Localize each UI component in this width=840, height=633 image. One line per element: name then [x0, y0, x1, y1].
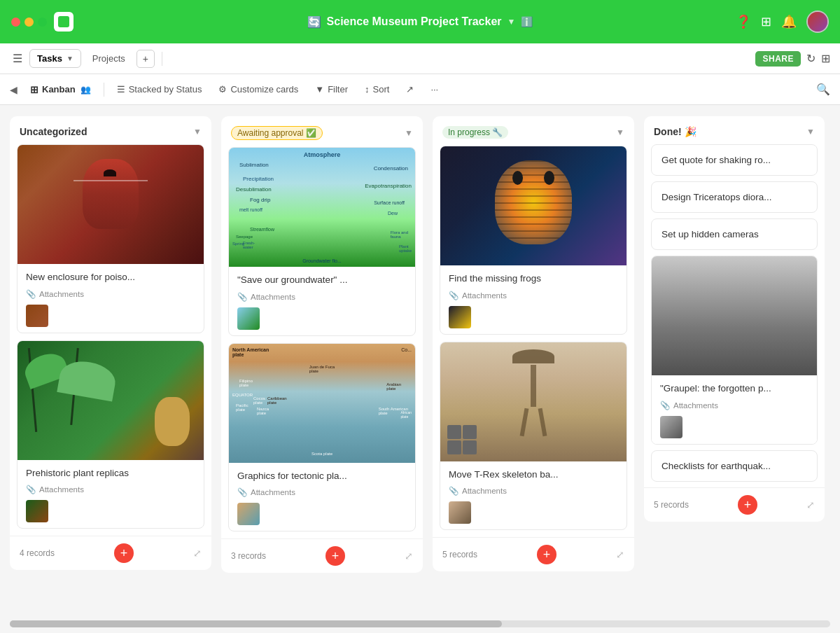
share-button[interactable]: SHARE	[755, 51, 801, 67]
help-icon[interactable]: ❓	[736, 14, 751, 29]
column-title-uncategorized: Uncategorized	[20, 126, 87, 137]
card-hidden-cameras[interactable]: Set up hidden cameras	[651, 218, 818, 250]
card-plant-replicas[interactable]: Prehistoric plant replicas 📎 Attachments	[17, 340, 204, 529]
expand-uncategorized[interactable]: ⤢	[193, 548, 202, 559]
awaiting-record-count: 3 records	[231, 551, 266, 561]
scrollbar-thumb	[10, 620, 502, 627]
column-body-done: Get quote for shaking ro... Design Trice…	[644, 144, 825, 487]
customize-cards-button[interactable]: ⚙ Customize cards	[211, 81, 305, 98]
filter-icon: ▼	[315, 84, 324, 95]
card-triceratops[interactable]: Design Triceratops diora...	[651, 181, 818, 213]
column-chevron-inprogress[interactable]: ▼	[616, 127, 624, 137]
card-body-trex: Move T-Rex skeleton ba... 📎 Attachments	[440, 461, 626, 530]
maximize-button[interactable]	[38, 18, 47, 27]
expand-awaiting[interactable]: ⤢	[405, 550, 413, 562]
column-uncategorized: Uncategorized ▼ New enclosure for poiso.…	[10, 116, 211, 570]
sort-icon: ↕	[365, 84, 370, 95]
title-bar-right: ❓ ⊞ 🔔	[736, 11, 829, 33]
projects-button[interactable]: Projects	[85, 50, 132, 67]
attach-icon-frogs: 📎	[449, 291, 458, 300]
inprogress-status-pill: In progress 🔧	[442, 126, 508, 139]
close-button[interactable]	[11, 18, 20, 27]
layout-icon[interactable]: ⊞	[821, 52, 830, 65]
card-title-triceratops: Design Triceratops diora...	[662, 192, 807, 202]
sync-icon: 🔄	[307, 15, 321, 29]
kanban-view-button[interactable]: ⊞ Kanban 👥	[23, 81, 98, 99]
column-chevron-uncategorized[interactable]: ▼	[193, 127, 202, 137]
attach-label-groundwater: Attachments	[251, 293, 295, 301]
avatar[interactable]	[806, 11, 829, 33]
column-header-done: Done! 🎉 ▼	[644, 116, 825, 144]
kanban-label: Kanban	[42, 84, 76, 95]
app-title-bar: 🔄 Science Museum Project Tracker ▼ ℹ️	[307, 15, 533, 29]
toolbar-right: SHARE ↻ ⊞	[755, 51, 830, 67]
card-missing-frogs[interactable]: Find the missing frogs 📎 Attachments	[440, 146, 627, 335]
uncategorized-record-count: 4 records	[20, 548, 55, 558]
stacked-by-status-button[interactable]: ☰ Stacked by Status	[110, 81, 209, 98]
add-record-uncategorized[interactable]: +	[114, 543, 134, 563]
card-body-poison-frog: New enclosure for poiso... 📎 Attachments	[18, 264, 204, 333]
title-bar: 🔄 Science Museum Project Tracker ▼ ℹ️ ❓ …	[0, 0, 840, 43]
expand-done[interactable]: ⤢	[806, 499, 815, 510]
search-icon[interactable]: 🔍	[816, 83, 830, 95]
sort-button[interactable]: ↕ Sort	[358, 81, 396, 98]
card-shaking-ro[interactable]: Get quote for shaking ro...	[651, 144, 818, 176]
column-title-inprogress: In progress 🔧	[442, 126, 508, 139]
export-icon: ↗	[406, 84, 414, 95]
column-header-inprogress: In progress 🔧 ▼	[433, 116, 634, 146]
card-meta-graupel: 📎 Attachments	[660, 401, 808, 410]
stacked-label: Stacked by Status	[129, 84, 202, 95]
card-title-graupel: "Graupel: the forgotten p...	[660, 382, 808, 395]
filter-button[interactable]: ▼ Filter	[308, 81, 355, 98]
export-button[interactable]: ↗	[399, 81, 421, 98]
card-title-shaking-ro: Get quote for shaking ro...	[662, 155, 807, 165]
column-footer-done: 5 records + ⤢	[644, 487, 825, 522]
card-thumb-groundwater	[237, 307, 260, 330]
more-options-button[interactable]: ···	[424, 81, 445, 98]
card-groundwater[interactable]: Atmosphere Sublimation Condensation Prec…	[228, 147, 416, 336]
view-right: 🔍	[816, 83, 830, 96]
app-logo	[54, 12, 74, 32]
menu-icon[interactable]: ☰	[10, 52, 25, 65]
add-record-inprogress[interactable]: +	[537, 545, 556, 564]
tasks-button[interactable]: Tasks ▼	[29, 49, 81, 68]
board-scrollbar[interactable]	[10, 620, 830, 627]
column-footer-inprogress: 5 records + ⤢	[433, 537, 634, 571]
info-icon[interactable]: ℹ️	[521, 16, 533, 27]
card-title-plant: Prehistoric plant replicas	[26, 467, 195, 480]
refresh-icon[interactable]: ↻	[806, 52, 816, 65]
minimize-button[interactable]	[24, 18, 34, 27]
view-bar: ◀ ⊞ Kanban 👥 ☰ Stacked by Status ⚙ Custo…	[0, 74, 840, 105]
card-meta-tectonic: 📎 Attachments	[237, 487, 407, 497]
add-view-button[interactable]: +	[136, 50, 155, 68]
card-thumb-frogs	[449, 306, 471, 328]
card-thumb-poison-frog	[26, 305, 48, 327]
expand-inprogress[interactable]: ⤢	[616, 549, 624, 560]
card-meta-groundwater: 📎 Attachments	[237, 292, 407, 302]
attachments-label: Attachments	[39, 290, 84, 298]
card-title-checklists: Checklists for earthquak...	[662, 461, 807, 471]
card-trex[interactable]: Move T-Rex skeleton ba... 📎 Attachments	[440, 342, 627, 531]
attach-label-trex: Attachments	[462, 487, 507, 495]
add-record-done[interactable]: +	[738, 495, 757, 515]
card-tectonic[interactable]: North Americanplate Co... Juan de Fucapl…	[228, 343, 416, 532]
sidebar-toggle-icon[interactable]: ◀	[10, 84, 18, 95]
column-chevron-awaiting[interactable]: ▼	[405, 128, 413, 138]
inprogress-record-count: 5 records	[442, 550, 477, 559]
column-chevron-done[interactable]: ▼	[806, 127, 815, 137]
window-controls	[11, 18, 47, 27]
card-checklists[interactable]: Checklists for earthquak...	[651, 450, 818, 482]
sort-label: Sort	[373, 84, 390, 95]
column-awaiting: Awaiting approval ✅ ▼ Atmosphere Sublima…	[221, 116, 423, 573]
grid-icon[interactable]: ⊞	[761, 14, 771, 29]
tasks-label: Tasks	[37, 53, 62, 64]
bell-icon[interactable]: 🔔	[781, 14, 797, 29]
title-chevron[interactable]: ▼	[507, 17, 516, 27]
add-record-awaiting[interactable]: +	[326, 546, 345, 566]
card-graupel[interactable]: "Graupel: the forgotten p... 📎 Attachmen…	[651, 256, 818, 445]
board-columns: Uncategorized ▼ New enclosure for poiso.…	[0, 105, 840, 615]
filter-label: Filter	[328, 84, 348, 95]
attach-icon-tectonic: 📎	[237, 487, 247, 497]
kanban-icon: ⊞	[30, 84, 38, 95]
card-poison-frog[interactable]: New enclosure for poiso... 📎 Attachments	[17, 144, 204, 333]
